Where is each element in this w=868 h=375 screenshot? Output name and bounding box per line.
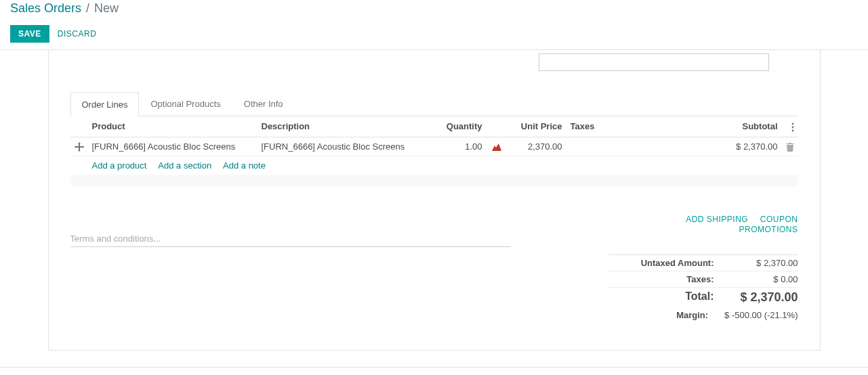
breadcrumb-current: New	[94, 1, 119, 15]
taxes-value: $ 0.00	[730, 274, 798, 284]
cell-subtotal: $ 2,370.00	[607, 137, 782, 156]
margin-label: Margin:	[676, 310, 708, 320]
save-button[interactable]: SAVE	[10, 25, 49, 43]
col-subtotal: Subtotal	[607, 116, 782, 137]
col-description: Description	[257, 116, 434, 137]
cell-description[interactable]: [FURN_6666] Acoustic Bloc Screens	[257, 137, 434, 156]
totals-block: Untaxed Amount: $ 2,370.00 Taxes: $ 0.00…	[608, 255, 798, 323]
margin-value: $ -500.00 (-21.1%)	[724, 310, 798, 320]
tab-other-info[interactable]: Other Info	[232, 91, 295, 116]
order-lines-table: Product Description Quantity Unit Price …	[70, 116, 798, 187]
total-value: $ 2,370.00	[730, 290, 798, 305]
cell-quantity[interactable]: 1.00	[434, 137, 487, 156]
tab-optional-products[interactable]: Optional Products	[139, 91, 232, 116]
untaxed-value: $ 2,370.00	[730, 258, 798, 268]
discard-button[interactable]: DISCARD	[58, 29, 97, 39]
terms-input[interactable]	[70, 231, 511, 247]
coupon-button[interactable]: COUPON	[760, 215, 798, 224]
tab-order-lines[interactable]: Order Lines	[70, 92, 140, 116]
pricelist-input[interactable]	[539, 53, 769, 71]
svg-point-2	[791, 129, 793, 131]
add-product-link[interactable]: Add a product	[92, 160, 147, 171]
chatter-bar: Send message Log note Schedule activity …	[0, 367, 868, 375]
col-unit-price: Unit Price	[505, 116, 566, 137]
breadcrumb-parent[interactable]: Sales Orders	[10, 1, 81, 15]
svg-point-1	[791, 126, 793, 128]
form-sheet: Order Lines Optional Products Other Info…	[48, 50, 821, 351]
breadcrumb: Sales Orders / New	[10, 0, 858, 16]
delete-row-icon[interactable]	[786, 141, 794, 152]
table-row[interactable]: [FURN_6666] Acoustic Bloc Screens [FURN_…	[70, 137, 798, 156]
total-label: Total:	[685, 290, 714, 305]
terms-block	[70, 214, 608, 323]
cell-taxes[interactable]	[566, 137, 607, 156]
header-bar: Sales Orders / New SAVE DISCARD	[0, 0, 868, 50]
cell-unit-price[interactable]: 2,370.00	[505, 137, 566, 156]
taxes-label: Taxes:	[686, 274, 714, 284]
cell-product[interactable]: [FURN_6666] Acoustic Bloc Screens	[88, 137, 257, 156]
breadcrumb-separator: /	[86, 1, 89, 15]
kebab-menu-icon[interactable]	[791, 121, 794, 131]
tabs: Order Lines Optional Products Other Info	[70, 91, 798, 116]
forecast-icon[interactable]	[492, 141, 501, 152]
drag-handle-icon[interactable]	[75, 141, 84, 152]
promotions-button[interactable]: PROMOTIONS	[739, 225, 798, 234]
svg-point-0	[791, 123, 793, 125]
add-note-link[interactable]: Add a note	[223, 160, 266, 171]
untaxed-label: Untaxed Amount:	[641, 258, 714, 268]
col-quantity: Quantity	[434, 116, 487, 137]
add-shipping-button[interactable]: ADD SHIPPING	[686, 215, 748, 224]
col-product: Product	[88, 116, 257, 137]
add-section-link[interactable]: Add a section	[158, 160, 211, 171]
col-taxes: Taxes	[566, 116, 607, 137]
